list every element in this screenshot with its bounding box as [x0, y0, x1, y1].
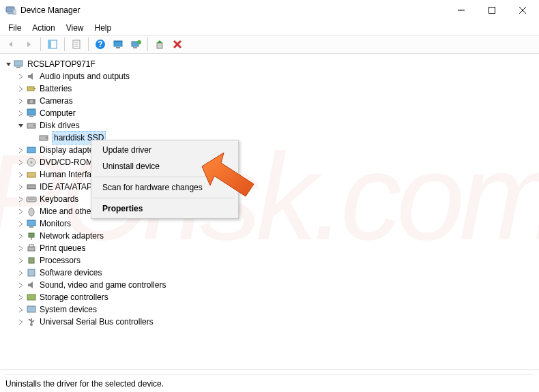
- app-icon: [5, 5, 16, 16]
- chevron-right-icon[interactable]: [16, 220, 25, 228]
- tree-node-processors[interactable]: Processors: [16, 254, 539, 267]
- svg-rect-46: [29, 233, 34, 237]
- toolbar-separator: [64, 37, 65, 51]
- chevron-right-icon[interactable]: [16, 170, 25, 179]
- disk-icon: [26, 120, 37, 131]
- minimize-button[interactable]: [446, 1, 476, 20]
- svg-rect-36: [27, 147, 35, 153]
- network-icon: [26, 230, 37, 241]
- svg-rect-30: [27, 109, 35, 115]
- toolbar-separator: [88, 37, 89, 51]
- computer-icon: [14, 59, 25, 70]
- tree-node-cameras[interactable]: Cameras: [16, 95, 539, 107]
- tree-node-system[interactable]: System devices: [16, 303, 539, 316]
- tree-node-printq[interactable]: Print queues: [16, 242, 539, 254]
- svg-rect-51: [28, 269, 35, 276]
- svg-rect-2: [13, 10, 16, 14]
- menu-view[interactable]: View: [61, 22, 89, 34]
- cpu-icon: [26, 255, 37, 266]
- toolbar-separator: [147, 37, 148, 51]
- optical-drive-icon: [26, 157, 37, 168]
- chevron-right-icon[interactable]: [16, 85, 25, 93]
- svg-rect-49: [29, 245, 33, 247]
- svg-rect-44: [27, 220, 35, 226]
- display-adapter-icon: [26, 145, 37, 155]
- svg-rect-1: [8, 13, 13, 14]
- context-menu-uninstall-device[interactable]: Uninstall device: [93, 158, 237, 175]
- tree-node-usb[interactable]: Universal Serial Bus controllers: [16, 316, 539, 328]
- chevron-down-icon[interactable]: [4, 60, 12, 68]
- system-icon: [26, 304, 37, 315]
- tree-node-storage[interactable]: Storage controllers: [16, 291, 539, 303]
- svg-point-35: [46, 137, 47, 138]
- statusbar: Uninstalls the driver for the selected d…: [0, 370, 539, 392]
- close-button[interactable]: [507, 1, 538, 20]
- chevron-right-icon[interactable]: [16, 232, 25, 240]
- uninstall-device-button[interactable]: [169, 36, 186, 52]
- scan-hardware-button[interactable]: [110, 36, 126, 52]
- back-button[interactable]: [3, 36, 19, 52]
- context-menu-properties[interactable]: Properties: [93, 200, 237, 217]
- battery-icon: [26, 83, 37, 94]
- chevron-right-icon[interactable]: [16, 305, 25, 314]
- tree-node-network[interactable]: Network adapters: [16, 230, 539, 242]
- tree-node-sound[interactable]: Sound, video and game controllers: [16, 279, 539, 291]
- menu-action[interactable]: Action: [27, 22, 60, 34]
- context-menu-separator: [94, 177, 235, 177]
- controller-icon: [26, 181, 37, 192]
- chevron-right-icon[interactable]: [16, 207, 25, 215]
- context-menu-scan-hardware[interactable]: Scan for hardware changes: [93, 179, 237, 196]
- svg-rect-53: [27, 306, 35, 312]
- svg-rect-21: [157, 43, 162, 48]
- chevron-right-icon[interactable]: [16, 183, 25, 191]
- chevron-down-icon[interactable]: [16, 121, 25, 130]
- audio-icon: [26, 71, 37, 82]
- tree-node-software[interactable]: Software devices: [16, 267, 539, 279]
- help-button[interactable]: ?: [92, 36, 108, 52]
- show-hide-console-tree-button[interactable]: [44, 36, 61, 52]
- device-tree[interactable]: RCSLAPTOP971F Audio inputs and outputs B…: [0, 54, 539, 328]
- svg-rect-16: [114, 41, 122, 42]
- chevron-right-icon[interactable]: [16, 72, 25, 80]
- chevron-right-icon[interactable]: [16, 318, 25, 326]
- chevron-right-icon[interactable]: [16, 109, 25, 117]
- enable-device-button[interactable]: [151, 36, 168, 52]
- svg-rect-4: [489, 7, 495, 14]
- forward-button[interactable]: [20, 36, 37, 52]
- chevron-right-icon[interactable]: [16, 97, 25, 105]
- tree-node-audio[interactable]: Audio inputs and outputs: [16, 70, 539, 82]
- camera-icon: [26, 95, 37, 106]
- chevron-right-icon[interactable]: [16, 195, 25, 203]
- chevron-right-icon[interactable]: [16, 256, 25, 265]
- svg-point-38: [31, 162, 33, 164]
- tree-node-batteries[interactable]: Batteries: [16, 82, 539, 95]
- chevron-right-icon[interactable]: [16, 158, 25, 166]
- svg-point-43: [29, 208, 34, 216]
- svg-point-29: [30, 100, 33, 104]
- toolbar-separator: [40, 37, 41, 51]
- disk-icon: [38, 132, 49, 143]
- svg-rect-19: [133, 47, 137, 48]
- tree-node-diskdrives[interactable]: Disk drives: [16, 119, 539, 132]
- mouse-icon: [26, 206, 37, 217]
- toolbar: ?: [0, 35, 539, 54]
- maximize-button[interactable]: [476, 1, 507, 20]
- tree-node-monitors[interactable]: Monitors: [16, 217, 539, 230]
- chevron-right-icon[interactable]: [16, 146, 25, 154]
- chevron-right-icon[interactable]: [16, 269, 25, 277]
- tree-node-computer[interactable]: Computer: [16, 107, 539, 119]
- chevron-right-icon[interactable]: [16, 293, 25, 301]
- update-driver-button[interactable]: [128, 36, 144, 52]
- menu-file[interactable]: File: [3, 22, 27, 34]
- svg-rect-50: [29, 258, 34, 263]
- svg-rect-8: [48, 40, 51, 48]
- chevron-right-icon[interactable]: [16, 244, 25, 252]
- properties-button[interactable]: [68, 36, 85, 52]
- menu-help[interactable]: Help: [89, 22, 117, 34]
- svg-point-33: [33, 125, 35, 126]
- context-menu: Update driver Uninstall device Scan for …: [91, 140, 239, 219]
- context-menu-update-driver[interactable]: Update driver: [93, 142, 237, 158]
- chevron-right-icon[interactable]: [16, 281, 25, 289]
- tree-root[interactable]: RCSLAPTOP971F: [4, 58, 539, 70]
- device-tree-container: RCSLAPTOP971F Audio inputs and outputs B…: [0, 54, 539, 369]
